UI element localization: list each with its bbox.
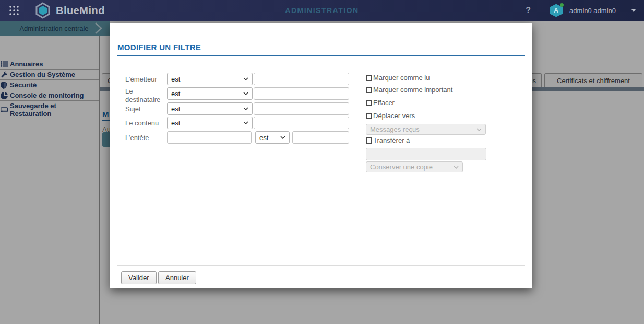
checkbox-label: Transférer à bbox=[373, 136, 410, 144]
checkbox[interactable] bbox=[366, 137, 372, 144]
select-value: Messages reçus bbox=[370, 125, 476, 133]
subject-label: Sujet bbox=[125, 105, 167, 113]
checkbox-label: Déplacer vers bbox=[373, 112, 415, 120]
chevron-down-icon bbox=[243, 121, 248, 124]
checkbox-label: Marquer comme lu bbox=[373, 74, 430, 82]
username: admin0 admin0 bbox=[569, 7, 616, 15]
presence-dot bbox=[560, 3, 564, 7]
select-value: est bbox=[171, 119, 243, 127]
checkbox[interactable] bbox=[366, 113, 372, 119]
subject-operator-select[interactable]: est bbox=[167, 102, 253, 115]
content-operator-select[interactable]: est bbox=[167, 117, 253, 129]
validate-button[interactable]: Valider bbox=[121, 271, 157, 284]
select-value: Conserver une copie bbox=[370, 163, 454, 171]
user-menu-caret-icon[interactable] bbox=[631, 9, 636, 12]
top-navbar: BlueMind ADMINISTRATION ? A admin0 admin… bbox=[0, 0, 644, 21]
user-avatar[interactable]: A bbox=[550, 4, 563, 17]
checkbox[interactable] bbox=[366, 100, 372, 106]
keep-copy-select: Conserver une copie bbox=[366, 161, 463, 172]
application-window: BlueMind ADMINISTRATION ? A admin0 admin… bbox=[0, 0, 644, 324]
mark-important-checkbox-row[interactable]: Marquer comme important bbox=[366, 86, 452, 94]
select-value: est bbox=[171, 105, 243, 113]
from-value-input[interactable] bbox=[254, 73, 349, 85]
edit-filter-dialog: MODIFIER UN FILTRE L’émetteur est Le des… bbox=[110, 23, 532, 288]
cancel-button[interactable]: Annuler bbox=[158, 271, 196, 284]
dialog-title: MODIFIER UN FILTRE bbox=[117, 43, 525, 56]
header-name-input[interactable] bbox=[167, 131, 252, 144]
to-operator-select[interactable]: est bbox=[167, 87, 253, 100]
navbar-right: ? A admin0 admin0 bbox=[526, 4, 644, 17]
chevron-down-icon bbox=[243, 92, 248, 95]
checkbox[interactable] bbox=[366, 75, 372, 81]
content-value-input[interactable] bbox=[254, 117, 349, 129]
footer-divider bbox=[117, 265, 525, 266]
mark-read-checkbox-row[interactable]: Marquer comme lu bbox=[366, 74, 430, 82]
chevron-down-icon bbox=[280, 136, 285, 139]
chevron-down-icon bbox=[243, 107, 248, 110]
from-label: L’émetteur bbox=[125, 75, 167, 84]
select-value: est bbox=[259, 134, 280, 142]
chevron-down-icon bbox=[243, 77, 248, 80]
delete-checkbox-row[interactable]: Effacer bbox=[366, 99, 395, 107]
select-value: est bbox=[171, 90, 243, 98]
forward-checkbox-row[interactable]: Transférer à bbox=[366, 136, 410, 144]
move-to-checkbox-row[interactable]: Déplacer vers bbox=[366, 112, 415, 120]
forward-address-input bbox=[366, 148, 486, 160]
help-icon[interactable]: ? bbox=[526, 6, 531, 15]
checkbox-label: Marquer comme important bbox=[373, 86, 452, 94]
to-label: Le destinataire bbox=[125, 87, 167, 104]
chevron-down-icon bbox=[454, 166, 459, 169]
chevron-down-icon bbox=[476, 128, 482, 131]
to-value-input[interactable] bbox=[254, 87, 349, 100]
header-operator-select[interactable]: est bbox=[255, 131, 290, 144]
header-value-input[interactable] bbox=[292, 131, 349, 144]
subject-value-input[interactable] bbox=[254, 102, 349, 115]
checkbox[interactable] bbox=[366, 87, 372, 93]
header-label: L’entête bbox=[125, 134, 167, 142]
checkbox-label: Effacer bbox=[373, 99, 395, 107]
move-folder-select: Messages reçus bbox=[366, 124, 486, 135]
select-value: est bbox=[171, 75, 243, 83]
content-label: Le contenu bbox=[125, 119, 167, 128]
from-operator-select[interactable]: est bbox=[167, 73, 253, 85]
